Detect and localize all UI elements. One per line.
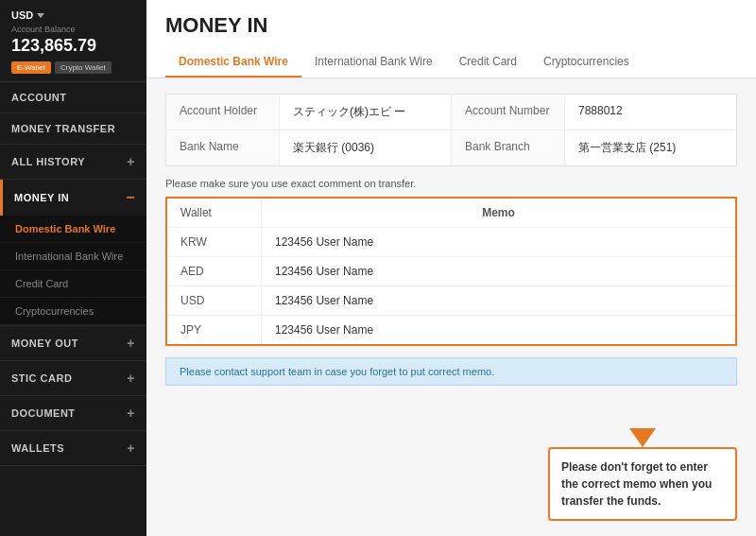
info-row-1: Account Holder スティック(株)エビ ー Account Numb…: [166, 95, 736, 130]
tab-credit-card[interactable]: Credit Card: [446, 47, 530, 78]
ewallet-button[interactable]: E-Wallet: [11, 61, 51, 74]
document-plus-icon: +: [127, 406, 135, 421]
tabs: Domestic Bank Wire International Bank Wi…: [165, 47, 737, 78]
sidebar-section-money-transfer: MONEY TRANSFER: [0, 113, 146, 145]
sidebar-section-wallets: WALLETS +: [0, 431, 146, 466]
memo-instruction: Please make sure you use exact comment o…: [165, 178, 737, 189]
sidebar-sub-domestic-bank-wire[interactable]: Domestic Bank Wire: [0, 216, 146, 243]
main-content-area: MONEY IN Domestic Bank Wire Internationa…: [146, 0, 756, 536]
memo-wallet-1: AED: [167, 257, 262, 285]
memo-value-1: 123456 User Name: [262, 257, 735, 285]
tab-domestic-bank-wire[interactable]: Domestic Bank Wire: [165, 47, 301, 78]
sidebar-section-document: DOCUMENT +: [0, 396, 146, 431]
account-holder-label: Account Holder: [166, 95, 280, 130]
stic-card-plus-icon: +: [127, 371, 135, 386]
bank-name-value: 楽天銀行 (0036): [280, 130, 452, 165]
sidebar-nav: ACCOUNT MONEY TRANSFER ALL HISTORY + MON…: [0, 82, 146, 536]
account-info-table: Account Holder スティック(株)エビ ー Account Numb…: [165, 94, 737, 166]
tooltip-box: Please don't forget to enter the correct…: [548, 447, 737, 521]
account-number-label: Account Number: [452, 95, 565, 130]
memo-row-3: JPY 123456 User Name: [167, 316, 735, 344]
info-row-2: Bank Name 楽天銀行 (0036) Bank Branch 第一営業支店…: [166, 130, 736, 165]
memo-table: Wallet Memo KRW 123456 User Name AED 123…: [165, 197, 737, 346]
memo-row-0: KRW 123456 User Name: [167, 228, 735, 257]
memo-wallet-0: KRW: [167, 228, 262, 256]
sidebar-sub-international-bank-wire[interactable]: International Bank Wire: [0, 243, 146, 270]
sidebar-section-money-out: MONEY OUT +: [0, 326, 146, 361]
account-balance-value: 123,865.79: [11, 36, 135, 56]
wallets-plus-icon: +: [127, 441, 135, 456]
memo-row-1: AED 123456 User Name: [167, 257, 735, 286]
sidebar-sub-cryptocurrencies[interactable]: Cryptocurrencies: [0, 298, 146, 325]
account-holder-value: スティック(株)エビ ー: [280, 95, 452, 130]
tab-international-bank-wire[interactable]: International Bank Wire: [301, 47, 446, 78]
account-number-value: 7888012: [565, 95, 736, 130]
crypto-wallet-button[interactable]: Crypto Wallet: [55, 61, 112, 74]
memo-value-3: 123456 User Name: [262, 316, 735, 344]
account-balance-label: Account Balance: [11, 25, 135, 34]
bank-branch-value: 第一営業支店 (251): [565, 130, 736, 165]
sidebar-item-account[interactable]: ACCOUNT: [0, 82, 146, 112]
wallet-buttons: E-Wallet Crypto Wallet: [11, 61, 135, 74]
sidebar-item-account-label: ACCOUNT: [11, 92, 67, 103]
chevron-down-icon: [37, 13, 44, 18]
sidebar-item-money-in[interactable]: MONEY IN −: [0, 180, 146, 216]
sidebar-section-account: ACCOUNT: [0, 82, 146, 113]
arrow-down-icon: [629, 428, 656, 447]
alert-bar: Please contact support team in case you …: [165, 357, 737, 386]
main-content: Account Holder スティック(株)エビ ー Account Numb…: [146, 78, 756, 536]
currency-label: USD: [11, 9, 33, 21]
sidebar-section-stic-card: STIC CARD +: [0, 361, 146, 396]
all-history-plus-icon: +: [127, 154, 135, 169]
memo-table-header: Wallet Memo: [167, 199, 735, 228]
sidebar-item-wallets-label: WALLETS: [11, 442, 64, 454]
memo-value-0: 123456 User Name: [262, 228, 735, 256]
bank-name-label: Bank Name: [166, 130, 280, 165]
tab-cryptocurrencies[interactable]: Cryptocurrencies: [530, 47, 643, 78]
sidebar-sub-credit-card[interactable]: Credit Card: [0, 270, 146, 298]
page-title: MONEY IN: [165, 13, 737, 38]
sidebar-item-stic-card[interactable]: STIC CARD +: [0, 361, 146, 395]
sidebar-item-money-transfer[interactable]: MONEY TRANSFER: [0, 113, 146, 144]
sidebar-item-money-transfer-label: MONEY TRANSFER: [11, 123, 115, 134]
memo-row-2: USD 123456 User Name: [167, 286, 735, 316]
memo-header-wallet: Wallet: [167, 199, 262, 227]
sidebar-item-all-history[interactable]: ALL HISTORY +: [0, 145, 146, 179]
memo-wallet-2: USD: [167, 286, 262, 315]
memo-wallet-3: JPY: [167, 316, 262, 344]
sidebar-section-all-history: ALL HISTORY +: [0, 145, 146, 180]
sidebar-item-all-history-label: ALL HISTORY: [11, 156, 85, 167]
sidebar-item-wallets[interactable]: WALLETS +: [0, 431, 146, 465]
sidebar-sub-money-in: Domestic Bank Wire International Bank Wi…: [0, 216, 146, 325]
bank-branch-label: Bank Branch: [452, 130, 565, 165]
currency-selector[interactable]: USD: [11, 9, 135, 21]
sidebar-item-stic-card-label: STIC CARD: [11, 372, 72, 384]
sidebar-item-document-label: DOCUMENT: [11, 407, 76, 419]
sidebar-header: USD Account Balance 123,865.79 E-Wallet …: [0, 0, 146, 82]
sidebar-item-money-in-label: MONEY IN: [14, 192, 69, 203]
sidebar: USD Account Balance 123,865.79 E-Wallet …: [0, 0, 146, 536]
tooltip-wrapper: Please don't forget to enter the correct…: [548, 428, 737, 521]
money-in-minus-icon: −: [126, 189, 135, 206]
memo-value-2: 123456 User Name: [262, 286, 735, 315]
sidebar-item-money-out[interactable]: MONEY OUT +: [0, 326, 146, 360]
sidebar-item-money-out-label: MONEY OUT: [11, 337, 78, 349]
sidebar-section-money-in: MONEY IN − Domestic Bank Wire Internatio…: [0, 180, 146, 326]
memo-header-memo: Memo: [262, 199, 735, 227]
sidebar-item-document[interactable]: DOCUMENT +: [0, 396, 146, 430]
main-header: MONEY IN Domestic Bank Wire Internationa…: [146, 0, 756, 78]
money-out-plus-icon: +: [127, 336, 135, 351]
